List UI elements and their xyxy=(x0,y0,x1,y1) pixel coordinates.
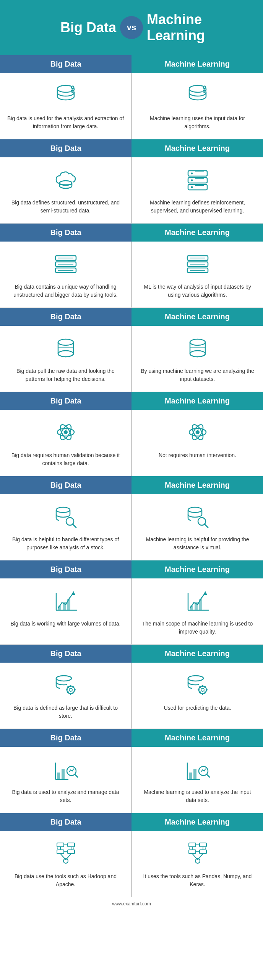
content-row-5: Big data is helpful to handle different … xyxy=(0,494,263,560)
content-row-2: Big data contains a unique way of handli… xyxy=(0,242,263,308)
svg-point-19 xyxy=(191,186,193,188)
section-left-header-7: Big Data xyxy=(0,645,132,663)
header: Big Data vs MachineLearning xyxy=(0,0,263,55)
header-ml-label: MachineLearning xyxy=(147,11,255,44)
left-icon-3 xyxy=(50,333,81,363)
svg-text:010: 010 xyxy=(195,428,199,431)
svg-rect-102 xyxy=(193,769,196,779)
left-text-5: Big data is helpful to handle different … xyxy=(6,536,125,552)
section-header-7: Big DataMachine Learning xyxy=(0,645,263,663)
left-text-6: Big data is working with large volumes o… xyxy=(11,620,121,628)
svg-rect-69 xyxy=(195,602,198,610)
section-header-9: Big DataMachine Learning xyxy=(0,813,263,831)
section-left-header-4: Big Data xyxy=(0,392,132,410)
svg-line-58 xyxy=(205,524,208,528)
right-cell-5: Machine learning is helpful for providin… xyxy=(132,494,263,560)
section-header-0: Big DataMachine Learning xyxy=(0,55,263,73)
content-row-1: Big data defines structured, unstructure… xyxy=(0,157,263,224)
left-text-3: Big data pull the raw data and looking t… xyxy=(6,367,125,383)
right-text-8: Machine learning is used to analyze the … xyxy=(138,788,257,804)
left-cell-8: Big data is used to analyze and manage d… xyxy=(0,747,132,813)
left-cell-4: 010 101 Big data requires human validati… xyxy=(0,410,132,476)
left-icon-1 xyxy=(50,164,81,195)
left-cell-9: Big data use the tools such as Hadoop an… xyxy=(0,831,132,897)
right-text-0: Machine learning uses the input data for… xyxy=(138,114,257,131)
section-right-header-9: Machine Learning xyxy=(132,813,263,831)
svg-point-18 xyxy=(191,180,193,181)
right-icon-9 xyxy=(182,838,213,869)
right-cell-6: The main scope of machine learning is us… xyxy=(132,578,263,645)
content-row-6: Big data is working with large volumes o… xyxy=(0,578,263,645)
section-left-header-0: Big Data xyxy=(0,55,132,73)
svg-point-17 xyxy=(191,173,193,175)
footer-url: www.examturf.com xyxy=(112,901,151,906)
right-cell-1: Machine learning defines reinforcement, … xyxy=(132,157,263,224)
left-text-9: Big data use the tools such as Hadoop an… xyxy=(6,872,125,889)
section-right-header-3: Machine Learning xyxy=(132,308,263,326)
svg-line-98 xyxy=(75,774,78,777)
left-icon-9 xyxy=(50,838,81,869)
section-header-2: Big DataMachine Learning xyxy=(0,224,263,242)
left-cell-5: Big data is helpful to handle different … xyxy=(0,494,132,560)
right-icon-4: 010 101 xyxy=(182,417,213,448)
svg-point-71 xyxy=(56,676,71,681)
section-right-header-7: Machine Learning xyxy=(132,645,263,663)
svg-line-55 xyxy=(73,524,76,528)
content-row-8: Big data is used to analyze and manage d… xyxy=(0,747,263,813)
header-big-data-label: Big Data xyxy=(8,20,116,36)
section-left-header-3: Big Data xyxy=(0,308,132,326)
right-text-3: By using machine learning we are analyzi… xyxy=(138,367,257,383)
right-icon-6 xyxy=(182,585,213,616)
section-right-header-5: Machine Learning xyxy=(132,476,263,494)
left-text-2: Big data contains a unique way of handli… xyxy=(6,283,125,299)
right-icon-7 xyxy=(182,670,213,700)
section-left-header-9: Big Data xyxy=(0,813,132,831)
left-text-7: Big data is defined as large that is dif… xyxy=(6,704,125,720)
left-icon-5 xyxy=(50,501,81,532)
svg-rect-63 xyxy=(63,602,66,610)
right-text-6: The main scope of machine learning is us… xyxy=(138,620,257,636)
right-cell-4: 010 101 Not requires human intervention. xyxy=(132,410,263,476)
svg-rect-107 xyxy=(57,850,64,854)
svg-rect-120 xyxy=(189,850,196,854)
right-cell-8: Machine learning is used to analyze the … xyxy=(132,747,263,813)
svg-text:101: 101 xyxy=(195,431,199,434)
svg-rect-68 xyxy=(190,606,193,610)
right-cell-7: Used for predicting the data. xyxy=(132,663,263,729)
section-header-1: Big DataMachine Learning xyxy=(0,139,263,157)
right-icon-1 xyxy=(182,164,213,195)
right-cell-2: ML is the way of analysis of input datas… xyxy=(132,242,263,308)
section-left-header-2: Big Data xyxy=(0,224,132,242)
left-text-0: Big data is used for the analysis and ex… xyxy=(6,114,125,131)
svg-rect-106 xyxy=(68,843,75,847)
left-cell-1: Big data defines structured, unstructure… xyxy=(0,157,132,224)
section-right-header-0: Machine Learning xyxy=(132,55,263,73)
svg-marker-67 xyxy=(203,591,207,595)
svg-point-73 xyxy=(69,688,72,691)
left-icon-6 xyxy=(50,585,81,616)
content-row-4: 010 101 Big data requires human validati… xyxy=(0,410,263,476)
svg-rect-70 xyxy=(199,599,202,610)
svg-point-56 xyxy=(188,507,202,513)
left-cell-0: Big data is used for the analysis and ex… xyxy=(0,73,132,139)
right-icon-8 xyxy=(182,754,213,784)
left-cell-7: Big data is defined as large that is dif… xyxy=(0,663,132,729)
section-right-header-8: Machine Learning xyxy=(132,729,263,747)
left-cell-2: Big data contains a unique way of handli… xyxy=(0,242,132,308)
left-text-4: Big data requires human validation becau… xyxy=(6,451,125,467)
section-right-header-4: Machine Learning xyxy=(132,392,263,410)
section-header-5: Big DataMachine Learning xyxy=(0,476,263,494)
right-text-2: ML is the way of analysis of input datas… xyxy=(138,283,257,299)
right-cell-0: Machine learning uses the input data for… xyxy=(132,73,263,139)
section-left-header-1: Big Data xyxy=(0,139,132,157)
content-row-3: Big data pull the raw data and looking t… xyxy=(0,326,263,392)
left-icon-2 xyxy=(50,248,81,279)
right-icon-3 xyxy=(182,333,213,363)
svg-rect-119 xyxy=(200,843,206,847)
section-header-3: Big DataMachine Learning xyxy=(0,308,263,326)
svg-rect-118 xyxy=(189,843,196,847)
right-icon-2 xyxy=(182,248,213,279)
right-text-9: It uses the tools such as Pandas, Numpy,… xyxy=(138,872,257,889)
svg-rect-96 xyxy=(62,769,65,779)
right-text-1: Machine learning defines reinforcement, … xyxy=(138,199,257,215)
